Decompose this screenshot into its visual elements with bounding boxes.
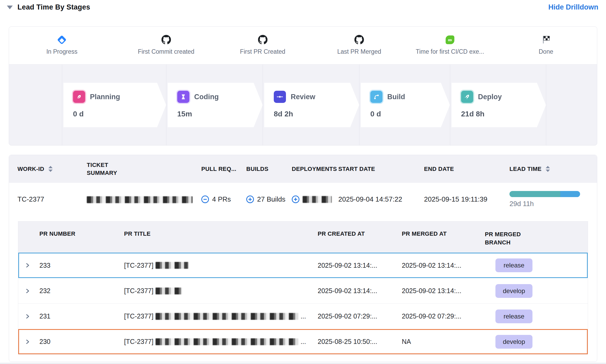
finish-flag-icon bbox=[542, 35, 550, 45]
cicd-icon: ∞ bbox=[445, 35, 454, 45]
pr-title: [TC-2377] bbox=[124, 287, 318, 295]
milestone-last-pr-merged: Last PR Merged bbox=[337, 27, 381, 55]
stage-divider bbox=[546, 65, 546, 145]
stage-duration: 0 d bbox=[73, 110, 166, 118]
stage-divider bbox=[62, 65, 62, 145]
stage-name: Planning bbox=[90, 93, 120, 101]
sort-lead-time-icon[interactable] bbox=[546, 166, 550, 172]
page-title: Lead Time By Stages bbox=[17, 3, 90, 11]
page-header: Lead Time By Stages Hide Drilldown bbox=[7, 3, 598, 11]
branch-badge: release bbox=[495, 310, 532, 323]
deployments-cell bbox=[292, 195, 338, 203]
pull-requests-cell: 4 PRs bbox=[201, 195, 246, 203]
expand-row-icon[interactable] bbox=[25, 339, 39, 345]
builds-cell: 27 Builds bbox=[246, 195, 292, 203]
pr-title: [TC-2377]... bbox=[124, 312, 318, 320]
pr-number: 232 bbox=[39, 287, 124, 295]
github-icon bbox=[258, 35, 267, 45]
lead-time-drilldown-screen: Lead Time By Stages Hide Drilldown In Pr… bbox=[0, 0, 606, 364]
stage-card-review: Review 8d 2h bbox=[264, 83, 359, 127]
column-header-pr-created-at: PR CREATED AT bbox=[318, 230, 402, 237]
collapse-prs-icon[interactable] bbox=[201, 195, 209, 203]
pr-number: 233 bbox=[39, 262, 124, 269]
stage-divider bbox=[263, 65, 263, 145]
pr-title: [TC-2377] bbox=[124, 262, 318, 269]
pr-created-at: 2025-09-02 07:29:... bbox=[318, 312, 402, 320]
lead-time-cell: 29d 11h bbox=[509, 191, 597, 208]
sort-work-id-icon[interactable] bbox=[48, 166, 53, 172]
pr-created-at: 2025-08-25 10:50:... bbox=[318, 338, 402, 345]
pr-row-232[interactable]: 232 [TC-2377] 2025-09-02 13:14:... 2025-… bbox=[18, 278, 588, 303]
stage-card-build: Build 0 d bbox=[361, 83, 450, 127]
work-table-header: WORK-ID TICKET SUMMARY PULL REQ... BUILD… bbox=[9, 155, 597, 183]
pr-created-at: 2025-09-02 13:14:... bbox=[318, 262, 402, 269]
column-header-work-id: WORK-ID bbox=[17, 166, 87, 172]
lead-time-value: 29d 11h bbox=[509, 200, 597, 208]
milestone-first-commit: First Commit created bbox=[138, 27, 194, 55]
expand-deployments-icon[interactable] bbox=[292, 195, 299, 203]
column-header-pr-title: PR TITLE bbox=[124, 230, 318, 237]
pr-merged-at: 2025-09-02 07:29:... bbox=[402, 312, 485, 320]
pr-merged-at: 2025-09-02 13:14:... bbox=[402, 262, 485, 269]
milestone-label: Time for first CI/CD exe... bbox=[416, 48, 484, 55]
redacted-pr-title bbox=[156, 338, 298, 345]
work-id-cell: TC-2377 bbox=[17, 195, 87, 203]
stage-card-deploy: Deploy 21d 8h bbox=[452, 83, 546, 127]
pr-row-233[interactable]: 233 [TC-2377] 2025-09-02 13:14:... 2025-… bbox=[18, 253, 588, 278]
work-item-row[interactable]: TC-2377 4 PRs 27 Builds 2025-09-04 14:57… bbox=[9, 183, 597, 216]
lead-time-bar-blue-segment bbox=[560, 191, 580, 197]
stage-name: Deploy bbox=[478, 93, 502, 101]
stage-duration: 15m bbox=[177, 110, 263, 118]
jira-diamond-icon bbox=[58, 35, 65, 45]
lead-time-bar bbox=[509, 191, 580, 197]
page-header-left: Lead Time By Stages bbox=[7, 3, 90, 11]
milestone-done: Done bbox=[539, 27, 553, 55]
git-branch-icon bbox=[370, 91, 382, 103]
pr-table: PR NUMBER PR TITLE PR CREATED AT PR MERG… bbox=[18, 221, 588, 354]
expand-row-icon[interactable] bbox=[25, 313, 39, 319]
branch-badge: develop bbox=[495, 284, 532, 298]
redacted-pr-title bbox=[156, 313, 298, 320]
column-header-ticket-summary: TICKET SUMMARY bbox=[87, 161, 201, 177]
rocket-icon bbox=[461, 91, 473, 103]
column-header-pr-merged-at: PR MERGED AT bbox=[402, 230, 485, 237]
stage-duration: 0 d bbox=[370, 110, 450, 118]
redacted-pr-title bbox=[156, 288, 182, 294]
pr-row-231[interactable]: 231 [TC-2377]... 2025-09-02 07:29:... 20… bbox=[18, 303, 588, 329]
column-header-deployments: DEPLOYMENTS bbox=[292, 166, 338, 172]
milestone-label: Last PR Merged bbox=[337, 48, 381, 55]
expand-row-icon[interactable] bbox=[25, 262, 39, 268]
pr-row-230[interactable]: 230 [TC-2377]... 2025-08-25 10:50:... NA… bbox=[18, 329, 588, 354]
stage-card-coding: Coding 15m bbox=[168, 83, 263, 127]
stage-duration: 21d 8h bbox=[461, 110, 546, 118]
stage-divider bbox=[450, 65, 450, 145]
expand-builds-icon[interactable] bbox=[246, 195, 254, 203]
git-commit-icon bbox=[274, 91, 286, 103]
milestone-label: Done bbox=[539, 48, 553, 55]
stage-duration: 8d 2h bbox=[274, 110, 359, 118]
pr-number: 231 bbox=[39, 312, 124, 320]
redacted-deployments-count bbox=[303, 196, 332, 203]
milestone-in-progress: In Progress bbox=[46, 27, 78, 55]
hide-drilldown-link[interactable]: Hide Drilldown bbox=[548, 3, 598, 11]
column-header-end-date: END DATE bbox=[424, 166, 509, 172]
milestone-cicd: ∞ Time for first CI/CD exe... bbox=[416, 27, 484, 55]
stage-name: Review bbox=[291, 93, 315, 101]
pr-merged-at: NA bbox=[402, 338, 485, 345]
branch-badge: release bbox=[495, 258, 532, 272]
lead-time-stages-panel: In Progress First Commit created First P… bbox=[9, 26, 597, 145]
expand-row-icon[interactable] bbox=[25, 288, 39, 294]
start-date-cell: 2025-09-04 14:57:22 bbox=[338, 195, 424, 203]
hourglass-icon bbox=[177, 91, 189, 103]
github-icon bbox=[354, 35, 364, 45]
pr-title: [TC-2377]... bbox=[124, 338, 318, 345]
milestones-row: In Progress First Commit created First P… bbox=[9, 27, 597, 65]
collapse-caret-icon[interactable] bbox=[7, 6, 13, 9]
column-header-pr-number: PR NUMBER bbox=[39, 230, 124, 237]
column-header-lead-time: LEAD TIME bbox=[509, 166, 597, 172]
lead-time-bar-teal-segment bbox=[509, 191, 560, 197]
pr-number: 230 bbox=[39, 338, 124, 345]
stage-name: Coding bbox=[194, 93, 219, 101]
stage-divider bbox=[166, 65, 166, 145]
milestone-label: First PR Created bbox=[240, 48, 285, 55]
